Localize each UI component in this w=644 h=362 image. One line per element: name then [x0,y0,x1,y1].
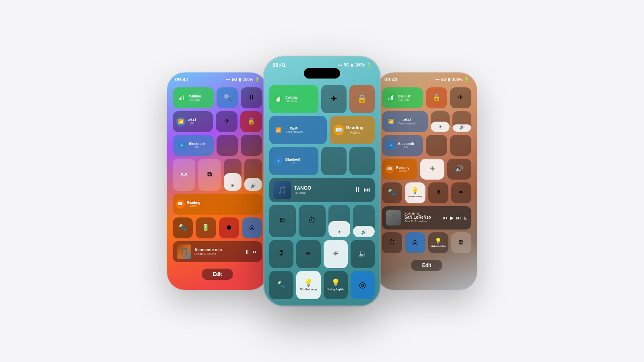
reading-tile-left[interactable]: 📖 Reading Active [173,194,262,215]
reading-text-left: Reading Active [187,201,200,207]
extra5-right[interactable] [426,135,447,156]
cellular-tile-center[interactable]: Cellular 5G Auto [269,85,318,113]
extra3-center[interactable] [321,147,347,175]
cellular-text-right: Cellular 5G Auto [398,94,411,101]
bt-tile-center[interactable]: ⟡ Bluetooth On [269,147,318,175]
wifi-tile-center[interactable]: 📶 Wi-Fi Tim's Network [269,116,327,144]
clock-tile-right[interactable]: ⏱ [382,232,402,253]
bt-text-right: Bluetooth On [398,142,414,149]
bt-tile-right[interactable]: ⟡ Bluetooth On [382,135,423,156]
cellular-icon-center [273,94,283,104]
row5-right: 🔦 💡 Studio Lamp 🎙 ✒ [382,182,471,203]
screen-tile-center[interactable]: ⧉ [269,205,296,237]
bright2-tile-center[interactable]: ☀ [324,240,348,268]
volume-slider-right[interactable]: 🔊 [452,111,471,132]
record-tile-left[interactable]: ⏺ [219,217,239,238]
sig-tile-right[interactable]: ✒ [451,182,471,203]
cellular-text-center: Cellular 5G Auto [285,95,298,102]
living-lights-icon-center: 💡 [331,278,340,287]
mic-tile-right[interactable]: 🎙 [428,182,448,203]
reading-tile-right[interactable]: 📖 Reading Active [382,159,417,180]
extra1-left[interactable] [217,135,238,156]
extra2-left[interactable] [241,135,262,156]
wifi-label-left: Wi-Fi [188,118,196,122]
edit-btn-right[interactable]: Edit [411,260,443,271]
brightness-slider-center[interactable]: ☀ [328,205,350,237]
signal-icon-center: ▪▪▪ [338,63,342,67]
time-center: 09:41 [272,62,286,68]
studio-lamp-tile-center[interactable]: 💡 Studio Lamp [296,271,320,299]
music-tile-center[interactable]: 🎵 TANGO Tananai ⏸ ⏭ [269,178,375,202]
shazam-tile-left[interactable]: ◎ [242,217,262,238]
airplane-tile-left[interactable]: ✈ [216,111,237,132]
brightness-slider-left[interactable]: ☀ [224,159,242,191]
music-tile-right[interactable]: 🎵 POP HITS SaN LoReNzo Alfa ft. Annalisa… [382,206,471,230]
bt-sublabel-right: On [398,146,414,149]
battery-pct-center: 100% [355,63,365,67]
music-title-left: Altamente mia [194,248,241,252]
shazam-tile-right[interactable]: ◎ [405,232,425,253]
bt-icon-circle-left: ⟡ [177,141,186,150]
cellular-tile-right[interactable]: Cellular 5G Auto [382,87,423,108]
airplane-tile-right[interactable]: ✈ [450,87,471,108]
extra4-center[interactable] [349,147,375,175]
lock-tile-center[interactable]: 🔒 [349,85,375,113]
brightness-slider-right[interactable]: ☀ [431,111,450,132]
bright3-tile-right[interactable]: ☀ [420,159,444,180]
screen-tile-right[interactable]: ⧉ [451,232,471,253]
music-controls-right: ⏮ ▶ ⏭ ⊾ [443,215,467,221]
next-btn-center[interactable]: ⏭ [363,186,371,194]
screen-tile-left[interactable]: ⧉ [198,159,221,191]
lock-icon-center: 🔒 [357,94,367,103]
timer-tile-center[interactable]: ⏱ [299,205,325,237]
extra6-right[interactable] [450,135,471,156]
flashlight-tile-left[interactable]: 🔦 [173,217,193,238]
battery-widget-left[interactable]: 🔋 [196,217,216,238]
volume-slider-left[interactable]: 🔊 [244,159,262,191]
volume-slider-center[interactable]: 🔊 [353,205,375,237]
cellular-label-right: Cellular [398,94,411,98]
vol2-tile-center[interactable]: 🔈 [351,240,375,268]
lock-tile-left[interactable]: 🔒 [240,111,262,132]
wifi-icon-left: 📶 [178,119,184,124]
row3-left: ⟡ Bluetooth On [173,135,262,156]
sig-tile-center[interactable]: ✒ [296,240,320,268]
mic-tile-center[interactable]: 🎙 [269,240,293,268]
wifi-sublabel-center: Tim's Network [285,130,303,133]
music-category-right: POP HITS [405,212,440,215]
flashlight-tile-right[interactable]: 🔦 [382,182,402,203]
music-tile-left[interactable]: 🎵 Altamente mia Bresh & Shune ⏸ ⏭ [173,241,262,262]
edit-btn-left[interactable]: Edit [202,269,233,280]
reading-tile-center[interactable]: 📖 Reading Active [330,116,375,144]
living-lights-tile-center[interactable]: 💡 Living Lights [324,271,348,299]
wifi-tile-left[interactable]: 📶 Wi-Fi Off [173,111,213,132]
aa-tile-left[interactable]: AA [173,159,195,191]
svg-rect-3 [183,95,184,100]
pause-btn-left[interactable]: ⏸ [244,248,250,255]
living-lights-icon-right: 💡 [435,238,442,244]
living-lights-tile-right[interactable]: 💡 Living Lights [428,232,448,253]
flashlight-tile-center[interactable]: 🔦 [269,271,293,299]
lock-tile-right[interactable]: 🔒 [426,87,447,108]
vol3-tile-right[interactable]: 🔊 [447,159,471,180]
prev-btn-right[interactable]: ⏮ [443,215,448,221]
airplane-tile-center[interactable]: ✈ [321,85,347,113]
shazam-tile-center[interactable]: ◎ [351,271,375,299]
wifi-tile-right[interactable]: 📶 Wi-Fi Tim's Network [382,111,428,132]
bt-icon-circle-right: ⟡ [386,141,396,150]
cellular-tile-left[interactable]: Cellular 5G Auto [173,87,214,108]
bluetooth-tile-left[interactable]: ⟡ Bluetooth On [173,135,214,156]
next-btn-left[interactable]: ⏭ [252,248,258,255]
pause-btn-center[interactable]: ⏸ [354,186,361,194]
music-art-left: 🎵 [177,244,191,259]
cellular-sublabel-right: 5G Auto [398,98,411,101]
search-tile-left[interactable]: 🔍 [217,87,238,108]
airplay-btn-right[interactable]: ⊾ [463,215,467,221]
search-icon-left: 🔍 [223,93,231,101]
studio-lamp-tile-right[interactable]: 💡 Studio Lamp [405,182,425,203]
voicemail-tile-left[interactable]: ⏸ [241,87,262,108]
next-btn-right[interactable]: ⏭ [456,215,461,221]
play-btn-right[interactable]: ▶ [450,215,454,221]
edit-btn-center[interactable]: Edit [306,306,338,306]
lock-icon-right: 🔒 [433,93,441,101]
